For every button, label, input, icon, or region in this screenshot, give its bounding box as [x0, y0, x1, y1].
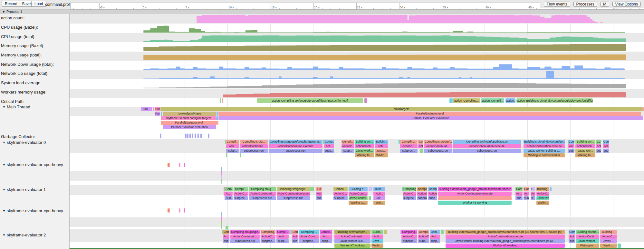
- event-block[interactable]: Acti...: [373, 192, 385, 196]
- event-block[interactable]: Javac worker...: [576, 239, 599, 243]
- event-block[interactable]: ActionConti...: [575, 144, 595, 148]
- event-block[interactable]: Compiling ...: [403, 187, 416, 191]
- event-block[interactable]: Com: [223, 230, 229, 234]
- event-sliver[interactable]: [208, 134, 209, 138]
- event-block[interactable]: ActionC...: [403, 192, 416, 196]
- event-block[interactable]: skyframeExecutor.configureTargets: [161, 116, 216, 120]
- event-block[interactable]: Building s...: [349, 187, 368, 191]
- event-sliver[interactable]: [221, 225, 222, 229]
- event-block[interactable]: Building external/com_google_protobuf/ja…: [438, 187, 512, 191]
- event-block[interactable]: Javac wo...: [536, 196, 549, 200]
- event-block[interactable]: Lau...: [141, 107, 152, 111]
- event-block[interactable]: Waitin...: [371, 244, 383, 248]
- event-block[interactable]: subprocess.run: [453, 149, 521, 153]
- event-block[interactable]: Buildi...: [371, 230, 383, 234]
- event-block[interactable]: sub: [524, 196, 529, 200]
- event-block[interactable]: su...: [531, 196, 535, 200]
- event-block[interactable]: sub: [603, 149, 609, 153]
- expander-triangle-icon[interactable]: ▼: [3, 234, 5, 237]
- event-block[interactable]: Comp...: [324, 140, 334, 144]
- event-block[interactable]: Act: [418, 144, 423, 148]
- event-block[interactable]: Acti...: [226, 144, 239, 148]
- event-sliver[interactable]: [161, 112, 162, 116]
- event-sliver[interactable]: [618, 244, 621, 248]
- expander-triangle-icon[interactable]: ▼: [3, 188, 5, 191]
- event-block[interactable]: Javac worker Building external/com_googl…: [446, 239, 565, 243]
- event-sliver[interactable]: [240, 153, 241, 157]
- event-sliver[interactable]: [184, 163, 185, 167]
- event-block[interactable]: Compiling src/google...: [277, 187, 310, 191]
- event-block[interactable]: Worker #3 working: [446, 244, 565, 248]
- event-block[interactable]: ActionContinuati...: [424, 144, 452, 148]
- event-block[interactable]: Act: [569, 234, 575, 239]
- event-sliver[interactable]: [221, 212, 222, 216]
- event-block[interactable]: Wai...: [373, 201, 385, 205]
- event-block[interactable]: Par: [155, 107, 160, 111]
- event-block[interactable]: Acti...: [371, 234, 383, 239]
- event-sliver[interactable]: [221, 179, 222, 184]
- event-block[interactable]: Compil...: [234, 187, 248, 191]
- event-block[interactable]: Com: [292, 230, 298, 234]
- event-sliver[interactable]: [153, 107, 154, 111]
- event-block[interactable]: Acti...: [324, 144, 334, 148]
- flow-events-button[interactable]: Flow events: [544, 2, 570, 7]
- event-sliver[interactable]: [550, 187, 552, 191]
- event-block[interactable]: Compil...: [320, 230, 332, 234]
- event-sliver[interactable]: [226, 226, 227, 230]
- event-block[interactable]: Javac...: [375, 149, 388, 153]
- event-block[interactable]: ActionC...: [341, 144, 354, 148]
- event-block[interactable]: sub: [515, 196, 523, 200]
- event-block[interactable]: sub: [568, 149, 574, 153]
- event-block[interactable]: Com: [524, 187, 529, 191]
- cpu-usage-bazel--chart[interactable]: [69, 24, 644, 33]
- event-block[interactable]: Jav...: [373, 196, 385, 200]
- event-block[interactable]: Waiting to...: [355, 153, 374, 157]
- event-block[interactable]: subp...: [428, 196, 437, 200]
- event-block[interactable]: Javac worker Building s...: [524, 149, 565, 153]
- event-block[interactable]: Compilin...: [417, 187, 427, 191]
- event-block[interactable]: Compil...: [226, 140, 239, 144]
- event-block[interactable]: subp...: [418, 239, 429, 243]
- action-count-chart[interactable]: [69, 14, 644, 24]
- event-block[interactable]: Building src/main/jav...: [334, 230, 370, 234]
- event-block[interactable]: Com: [568, 140, 574, 144]
- track-label-main-thread[interactable]: ▼Main Thread: [3, 105, 70, 109]
- event-sliver[interactable]: [226, 153, 227, 157]
- event-sliver[interactable]: [642, 107, 644, 111]
- event-block[interactable]: subprocess.run: [249, 196, 276, 200]
- event-block[interactable]: Waitin...: [375, 153, 388, 157]
- event-block[interactable]: Co: [316, 187, 322, 191]
- event-block[interactable]: Acti...: [276, 234, 289, 239]
- event-block[interactable]: Co: [418, 140, 423, 144]
- timeline-canvas[interactable]: action 'Compiling src/google/protobuf/de…: [0, 0, 644, 249]
- memory-usage-bazel--chart[interactable]: [69, 42, 644, 52]
- event-sliver[interactable]: [369, 196, 371, 200]
- event-sliver[interactable]: [221, 167, 222, 171]
- event-block[interactable]: ActionConti...: [299, 234, 319, 239]
- event-block[interactable]: Ac...: [225, 192, 233, 196]
- event-block[interactable]: Compilin...: [400, 140, 418, 144]
- event-sliver[interactable]: [227, 226, 228, 230]
- event-block[interactable]: ActionC...: [428, 192, 437, 196]
- event-block[interactable]: Building src...: [355, 140, 374, 144]
- event-block[interactable]: Javac worker Buil...: [334, 239, 370, 243]
- expander-triangle-icon[interactable]: ▼: [3, 209, 5, 213]
- event-block[interactable]: Act: [603, 144, 609, 148]
- event-block[interactable]: ActionContinuation.execute: [453, 144, 521, 148]
- track-label-skyframe-evaluator-1[interactable]: ▼skyframe-evaluator 1: [3, 187, 70, 192]
- event-block[interactable]: ParallelEvaluator.eval: [218, 112, 641, 116]
- event-block[interactable]: subprocess.run: [240, 149, 268, 153]
- event-sliver[interactable]: [441, 230, 444, 234]
- event-block[interactable]: subproc...: [333, 196, 348, 200]
- event-block[interactable]: action 'Compiling...: [453, 98, 480, 103]
- event-block[interactable]: Compil...: [341, 140, 354, 144]
- event-block[interactable]: subp...: [324, 149, 334, 153]
- event-block[interactable]: ActionContinuation.execute: [269, 144, 322, 148]
- event-block[interactable]: subp...: [226, 149, 239, 153]
- event-block[interactable]: Javac wor...: [575, 149, 595, 153]
- event-block[interactable]: ActionC...: [401, 234, 417, 239]
- event-sliver[interactable]: [179, 163, 180, 167]
- event-block[interactable]: ActionContinuati...: [249, 192, 276, 196]
- event-sliver[interactable]: [222, 98, 223, 103]
- event-block[interactable]: Building...: [536, 187, 549, 191]
